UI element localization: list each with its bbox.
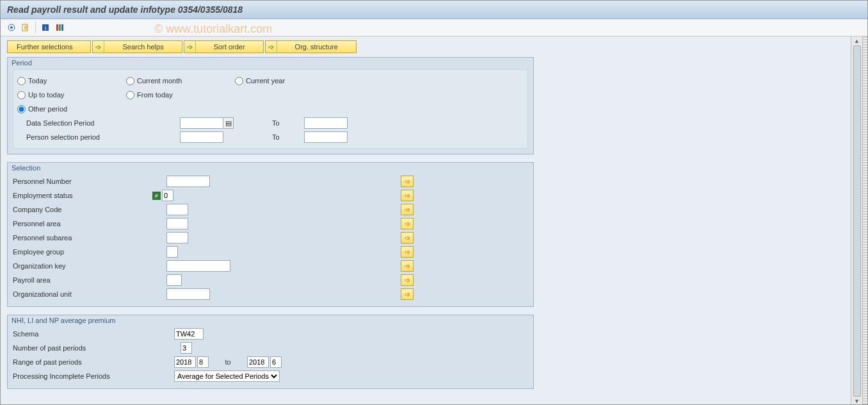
multiple-selection-button[interactable]: ➩	[401, 204, 414, 215]
execute-icon[interactable]	[6, 22, 17, 33]
range-from-month-input[interactable]	[197, 356, 209, 368]
personnel-subarea-input[interactable]	[166, 232, 188, 244]
personnel-area-label: Personnel area	[13, 220, 152, 227]
from-today-radio[interactable]	[126, 91, 134, 99]
employment-status-label: Employment status	[13, 192, 152, 199]
period-legend: Period	[12, 59, 32, 67]
multiple-selection-button[interactable]: ➩	[401, 190, 414, 201]
range-from-year-input[interactable]	[174, 356, 196, 368]
to-label: To	[272, 119, 304, 127]
arrow-right-icon: ➩	[266, 41, 277, 53]
schema-input[interactable]	[174, 328, 204, 340]
data-selection-to-input[interactable]	[304, 117, 348, 129]
sort-order-button[interactable]: ➩ Sort order	[184, 40, 264, 53]
current-year-label: Current year	[246, 77, 285, 85]
personnel-number-label: Personnel Number	[13, 178, 152, 185]
up-to-today-label: Up to today	[28, 91, 64, 99]
scroll-up-icon[interactable]: ▲	[854, 38, 860, 44]
toolbar: i	[1, 19, 867, 37]
from-today-label: From today	[137, 91, 173, 99]
range-to-year-input[interactable]	[247, 356, 269, 368]
multiple-selection-button[interactable]: ➩	[401, 218, 414, 229]
company-code-input[interactable]	[166, 204, 188, 215]
color-legend-icon[interactable]	[54, 22, 65, 33]
not-equal-icon[interactable]: ≠	[152, 192, 161, 200]
up-to-today-radio[interactable]	[17, 91, 26, 99]
payroll-area-label: Payroll area	[13, 276, 152, 284]
sort-order-label: Sort order	[196, 43, 263, 51]
vertical-scrollbar[interactable]: ▲ ▼	[851, 37, 862, 405]
current-month-radio[interactable]	[126, 77, 134, 85]
period-group: Period Today Current month Current year	[7, 57, 534, 154]
svg-text:i: i	[45, 25, 46, 31]
range-to-month-input[interactable]	[270, 356, 282, 368]
svg-rect-6	[59, 24, 61, 31]
calendar-search-icon[interactable]: ▤	[223, 117, 234, 129]
data-selection-period-label: Data Selection Period	[26, 119, 154, 127]
directive-button-row: Further selections ➩ Search helps ➩ Sort…	[7, 40, 844, 53]
info-icon[interactable]: i	[40, 22, 51, 33]
today-label: Today	[28, 77, 47, 85]
content-area: Further selections ➩ Search helps ➩ Sort…	[1, 37, 851, 405]
current-year-radio[interactable]	[235, 77, 243, 85]
other-period-radio[interactable]	[17, 105, 26, 113]
arrow-right-icon: ➩	[184, 41, 196, 53]
payroll-area-input[interactable]	[166, 274, 182, 286]
further-selections-button[interactable]: Further selections	[7, 40, 91, 53]
company-code-label: Company Code	[13, 206, 152, 213]
other-period-label: Other period	[28, 105, 67, 113]
multiple-selection-button[interactable]: ➩	[401, 260, 414, 272]
to-label: To	[272, 133, 304, 141]
scroll-down-icon[interactable]: ▼	[854, 398, 860, 404]
organizational-unit-input[interactable]	[166, 288, 210, 300]
svg-point-1	[10, 26, 13, 29]
num-past-periods-label: Number of past periods	[13, 344, 181, 352]
employee-group-input[interactable]	[166, 246, 178, 258]
further-selections-label: Further selections	[8, 43, 90, 51]
person-selection-period-label: Person selection period	[26, 133, 154, 141]
svg-rect-5	[56, 24, 58, 31]
window-title: Read payroll result and update infotype …	[1, 1, 867, 19]
window-resize-handle[interactable]	[862, 37, 867, 405]
scrollbar-thumb[interactable]	[853, 45, 861, 397]
search-helps-button[interactable]: ➩ Search helps	[92, 40, 182, 53]
multiple-selection-button[interactable]: ➩	[401, 246, 414, 258]
multiple-selection-button[interactable]: ➩	[401, 232, 414, 244]
window-title-text: Read payroll result and update infotype …	[7, 4, 243, 15]
selection-legend: Selection	[12, 164, 40, 172]
multiple-selection-button[interactable]: ➩	[401, 176, 414, 187]
svg-rect-7	[61, 24, 63, 31]
get-variant-icon[interactable]	[20, 22, 31, 33]
person-selection-from-input[interactable]	[180, 131, 223, 143]
search-helps-label: Search helps	[104, 43, 181, 51]
multiple-selection-button[interactable]: ➩	[401, 274, 414, 286]
arrow-right-icon: ➩	[93, 41, 104, 53]
nhi-group: NHI, LI and NP average premium Schema Nu…	[7, 315, 534, 389]
employment-status-input[interactable]	[162, 190, 173, 201]
today-radio[interactable]	[17, 77, 26, 85]
nhi-legend: NHI, LI and NP average premium	[12, 317, 115, 324]
current-month-label: Current month	[137, 77, 182, 85]
employee-group-label: Employee group	[13, 248, 152, 256]
selection-group: Selection Personnel Number ➩ Employment …	[7, 162, 534, 307]
num-past-periods-input[interactable]	[181, 342, 192, 354]
schema-label: Schema	[13, 330, 174, 338]
org-structure-button[interactable]: ➩ Org. structure	[265, 40, 357, 53]
organizational-unit-label: Organizational unit	[13, 290, 152, 298]
personnel-area-input[interactable]	[166, 218, 188, 229]
person-selection-to-input[interactable]	[304, 131, 348, 143]
personnel-number-input[interactable]	[166, 176, 210, 187]
range-to-label: to	[209, 358, 247, 366]
personnel-subarea-label: Personnel subarea	[13, 234, 152, 242]
processing-incomplete-label: Processing Incomplete Periods	[13, 372, 174, 380]
organization-key-label: Organization key	[13, 262, 152, 270]
org-structure-label: Org. structure	[277, 43, 356, 51]
range-past-periods-label: Range of past periods	[13, 358, 174, 366]
processing-incomplete-select[interactable]: Average for Selected Periods	[174, 370, 280, 382]
data-selection-from-input[interactable]	[180, 117, 223, 129]
organization-key-input[interactable]	[166, 260, 230, 272]
multiple-selection-button[interactable]: ➩	[401, 288, 414, 300]
